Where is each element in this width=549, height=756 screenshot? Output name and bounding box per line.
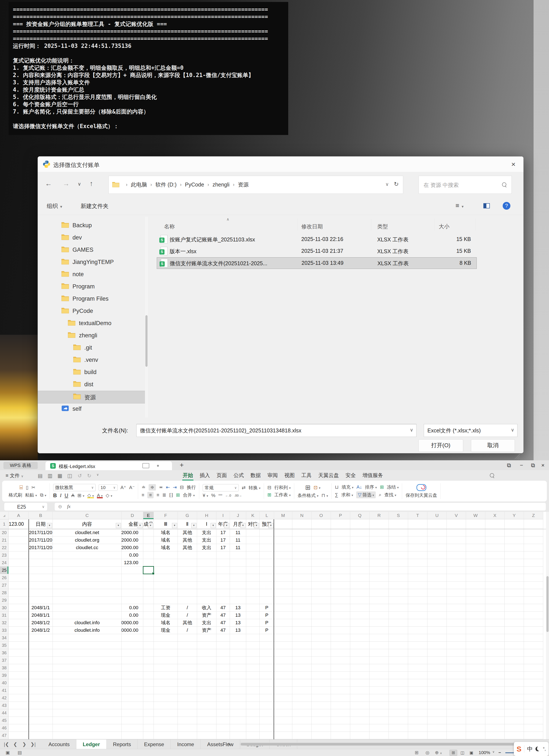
cell-F24[interactable] <box>154 559 178 567</box>
cell-I22[interactable]: 17 <box>217 544 230 551</box>
cell-M45[interactable] <box>274 717 292 724</box>
cell-J33[interactable]: 13 <box>230 627 246 634</box>
row-number-41[interactable]: 41 <box>0 687 9 694</box>
cell-K38[interactable] <box>246 664 260 672</box>
cell-T21[interactable] <box>408 536 427 544</box>
row-number-39[interactable]: 39 <box>0 672 9 679</box>
currency-icon[interactable]: ¥ ▾ <box>203 493 208 498</box>
cell-M47[interactable] <box>274 732 292 739</box>
cell-S25[interactable] <box>389 567 408 574</box>
cell-Z31[interactable] <box>524 612 543 619</box>
cell-C41[interactable] <box>53 687 122 694</box>
cell-D33[interactable]: -100000.00 <box>122 627 143 634</box>
cell-Z45[interactable] <box>524 717 543 724</box>
wrap-button[interactable]: 换行 <box>187 484 196 490</box>
cell-L33[interactable]: P <box>260 627 274 634</box>
cell-V42[interactable] <box>447 694 466 702</box>
cell-J39[interactable] <box>230 672 246 679</box>
cell-Y20[interactable] <box>505 529 524 536</box>
cell-X1[interactable] <box>485 519 505 529</box>
cell-N42[interactable] <box>292 694 311 702</box>
cell-N36[interactable] <box>292 649 311 657</box>
cell-F33[interactable]: 现金 <box>154 627 178 634</box>
cell-Y30[interactable] <box>505 604 524 612</box>
row-number-36[interactable]: 36 <box>0 649 9 657</box>
cell-X24[interactable] <box>485 559 505 567</box>
cell-E34[interactable] <box>143 634 154 642</box>
cell-C30[interactable] <box>53 604 122 612</box>
cell-E39[interactable] <box>143 672 154 679</box>
cell-J36[interactable] <box>230 649 246 657</box>
cell-A21[interactable] <box>9 536 29 544</box>
cell-V30[interactable] <box>447 604 466 612</box>
cell-B23[interactable] <box>29 551 53 559</box>
cell-E27[interactable] <box>143 582 154 589</box>
rows-cols-button[interactable]: 行和列 ▾ <box>274 485 290 491</box>
cell-H29[interactable] <box>197 597 217 604</box>
row-number-30[interactable]: 30 <box>0 604 9 612</box>
cell-M42[interactable] <box>274 694 292 702</box>
moon-icon[interactable] <box>535 747 540 751</box>
cell-S27[interactable] <box>389 582 408 589</box>
new-tab-icon[interactable]: + <box>180 461 184 469</box>
cell-W44[interactable] <box>466 709 485 717</box>
cell-H46[interactable] <box>197 724 217 732</box>
cell-X32[interactable] <box>485 619 505 627</box>
cell-I34[interactable] <box>217 634 230 642</box>
cell-K25[interactable] <box>246 567 260 574</box>
paste-button[interactable]: 粘贴 ▾ <box>25 492 37 498</box>
grid-vertical-scrollbar-thumb[interactable] <box>546 576 549 632</box>
cell-U37[interactable] <box>427 657 447 664</box>
cell-V27[interactable] <box>447 582 466 589</box>
cell-M21[interactable] <box>274 536 292 544</box>
cell-R27[interactable] <box>369 582 389 589</box>
cell-G22[interactable]: 其他 <box>178 544 197 551</box>
cell-E31[interactable] <box>143 612 154 619</box>
cell-U1[interactable] <box>427 519 447 529</box>
cell-J35[interactable] <box>230 642 246 649</box>
cell-I29[interactable] <box>217 597 230 604</box>
cell-D34[interactable] <box>122 634 143 642</box>
cell-B42[interactable] <box>29 694 53 702</box>
cell-L40[interactable] <box>260 679 274 687</box>
cell-E42[interactable] <box>143 694 154 702</box>
cell-E21[interactable] <box>143 536 154 544</box>
cell-F40[interactable] <box>154 679 178 687</box>
search-icon[interactable] <box>502 182 506 187</box>
cell-F26[interactable] <box>154 574 178 582</box>
cell-S39[interactable] <box>389 672 408 679</box>
cell-R37[interactable] <box>369 657 389 664</box>
cell-E26[interactable] <box>143 574 154 582</box>
number-format-select[interactable]: 常规∨ <box>203 484 239 491</box>
filter-button[interactable]: ▽ 筛选 ▾ <box>356 491 376 498</box>
cell-L46[interactable] <box>260 724 274 732</box>
row-number-24[interactable]: 24 <box>0 559 9 567</box>
cell-Q24[interactable] <box>350 559 369 567</box>
cell-K27[interactable] <box>246 582 260 589</box>
cell-O40[interactable] <box>311 679 331 687</box>
cell-V20[interactable] <box>447 529 466 536</box>
cell-C42[interactable] <box>53 694 122 702</box>
cell-X39[interactable] <box>485 672 505 679</box>
cell-D36[interactable] <box>122 649 143 657</box>
cut-icon[interactable]: ✂ <box>32 485 35 490</box>
cell-T1[interactable] <box>408 519 427 529</box>
cell-L34[interactable] <box>260 634 274 642</box>
cell-V22[interactable] <box>447 544 466 551</box>
cell-V33[interactable] <box>447 627 466 634</box>
cell-P1[interactable] <box>331 519 350 529</box>
cell-A29[interactable] <box>9 597 29 604</box>
cell-W22[interactable] <box>466 544 485 551</box>
sheet-tab-reports[interactable]: Reports <box>107 739 138 749</box>
fx-icon[interactable]: fx <box>67 504 71 509</box>
cell-H44[interactable] <box>197 709 217 717</box>
cell-H26[interactable] <box>197 574 217 582</box>
column-header-G[interactable]: G <box>178 512 197 519</box>
cell-T28[interactable] <box>408 589 427 597</box>
cell-D24[interactable]: 123.00 <box>122 559 143 567</box>
selection-mode-icon[interactable]: ⊕ ∨ <box>435 750 442 755</box>
cell-H38[interactable] <box>197 664 217 672</box>
cell-G21[interactable]: 其他 <box>178 536 197 544</box>
spreadsheet-grid[interactable]: ◢ABCDEFGHIJKLMNOPQRSTUVWXYZ1123.00日期▼内容▼… <box>0 512 549 739</box>
sidebar-item-dist[interactable]: dist <box>38 379 145 391</box>
